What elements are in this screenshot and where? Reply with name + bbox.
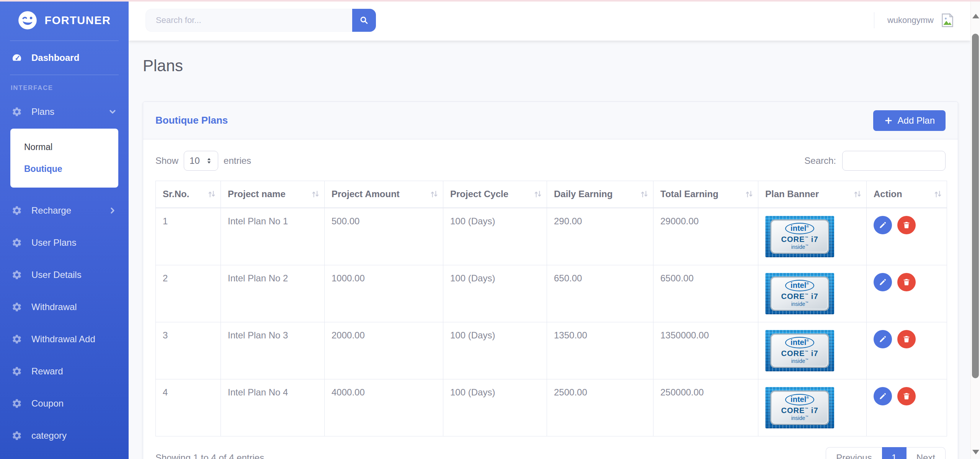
cell-banner: intel® CORE™ i7 inside™ — [758, 265, 867, 322]
header-plan-banner[interactable]: Plan Banner — [758, 181, 867, 208]
cell-banner: intel® CORE™ i7 inside™ — [758, 379, 867, 436]
cell-total: 29000.00 — [653, 208, 758, 265]
delete-button[interactable] — [897, 273, 916, 291]
search-label: Search: — [804, 155, 836, 166]
cell-daily: 290.00 — [547, 208, 653, 265]
delete-button[interactable] — [897, 330, 916, 348]
add-plan-label: Add Plan — [898, 115, 935, 126]
cell-cycle: 100 (Days) — [443, 379, 547, 436]
gear-icon — [11, 205, 22, 216]
browser-top-edge — [0, 0, 980, 2]
trash-icon — [902, 335, 911, 343]
topbar-search-input[interactable] — [145, 9, 352, 32]
pagination-next[interactable]: Next — [906, 447, 946, 459]
table-controls: Show 10 entries Search: — [155, 151, 946, 171]
submenu-item-normal[interactable]: Normal — [10, 136, 118, 158]
page-length-value: 10 — [189, 155, 200, 166]
avatar-broken-image-icon[interactable] — [941, 13, 954, 28]
submenu-item-boutique[interactable]: Boutique — [10, 158, 118, 180]
sidebar-item-reward[interactable]: Reward — [0, 355, 129, 387]
table-filter: Search: — [804, 151, 946, 171]
scrollbar-thumb[interactable] — [972, 34, 979, 378]
table-row: 2 Intel Plan No 2 1000.00 100 (Days) 650… — [156, 265, 947, 322]
cell-sr: 1 — [156, 208, 221, 265]
sidebar-item-plans[interactable]: Plans — [0, 96, 129, 128]
header-action[interactable]: Action — [867, 181, 947, 208]
table-row: 3 Intel Plan No 3 2000.00 100 (Days) 135… — [156, 322, 947, 379]
browser-scrollbar[interactable] — [970, 0, 980, 459]
header-total-earning[interactable]: Total Earning — [653, 181, 758, 208]
brand[interactable]: FORTUNER — [0, 0, 129, 41]
cell-total: 6500.00 — [653, 265, 758, 322]
topbar-search-button[interactable] — [352, 9, 376, 32]
table-header-row: Sr.No. Project name Project Amount Proje… — [156, 181, 947, 208]
gear-icon — [11, 398, 22, 409]
plans-submenu: Normal Boutique — [10, 129, 118, 188]
header-project-amount[interactable]: Project Amount — [325, 181, 443, 208]
pencil-icon — [879, 278, 887, 286]
sidebar-item-dashboard[interactable]: Dashboard — [0, 41, 129, 75]
cell-total: 1350000.00 — [653, 322, 758, 379]
edit-button[interactable] — [874, 273, 892, 291]
gear-icon — [11, 430, 22, 441]
search-icon — [359, 16, 369, 25]
intel-banner-image: intel® CORE™ i7 inside™ — [765, 330, 834, 371]
cell-amount: 2000.00 — [325, 322, 443, 379]
pagination-previous[interactable]: Previous — [826, 447, 882, 459]
cell-name: Intel Plan No 2 — [221, 265, 325, 322]
sidebar-item-withdrawal-add[interactable]: Withdrawal Add — [0, 323, 129, 355]
header-daily-earning[interactable]: Daily Earning — [547, 181, 653, 208]
sidebar-item-user-plans[interactable]: User Plans — [0, 227, 129, 259]
sidebar-item-withdrawal[interactable]: Withdrawal — [0, 291, 129, 323]
sidebar-item-mach[interactable]: Mach — [0, 452, 129, 459]
sidebar: FORTUNER Dashboard INTERFACE Plans Norma… — [0, 0, 129, 459]
cell-action — [867, 208, 947, 265]
cell-cycle: 100 (Days) — [443, 208, 547, 265]
sort-icon — [639, 189, 649, 199]
cell-name: Intel Plan No 4 — [221, 379, 325, 436]
gear-icon — [11, 302, 22, 312]
gear-icon — [11, 334, 22, 345]
gear-icon — [11, 270, 22, 280]
header-sr-no[interactable]: Sr.No. — [156, 181, 221, 208]
table-search-input[interactable] — [842, 151, 946, 171]
cell-action — [867, 379, 947, 436]
pencil-icon — [879, 392, 887, 400]
edit-button[interactable] — [874, 216, 892, 234]
brand-smiley-icon — [18, 10, 38, 30]
cell-action — [867, 322, 947, 379]
sidebar-item-category[interactable]: category — [0, 420, 129, 452]
gear-icon — [11, 106, 22, 117]
edit-button[interactable] — [874, 387, 892, 405]
scrollbar-up-arrow[interactable] — [972, 14, 979, 18]
cell-daily: 2500.00 — [547, 379, 653, 436]
cell-name: Intel Plan No 1 — [221, 208, 325, 265]
sort-icon — [533, 189, 543, 199]
table-info: Showing 1 to 4 of 4 entries — [155, 452, 264, 459]
cell-amount: 500.00 — [325, 208, 443, 265]
pagination-page-1[interactable]: 1 — [882, 447, 906, 459]
header-project-cycle[interactable]: Project Cycle — [443, 181, 547, 208]
cell-action — [867, 265, 947, 322]
sidebar-item-label: Coupon — [31, 398, 64, 409]
show-label: Show — [155, 155, 178, 166]
page-length-control: Show 10 entries — [155, 151, 251, 171]
cell-amount: 1000.00 — [325, 265, 443, 322]
cell-cycle: 100 (Days) — [443, 322, 547, 379]
page-length-select[interactable]: 10 — [184, 151, 218, 171]
header-project-name[interactable]: Project name — [221, 181, 325, 208]
delete-button[interactable] — [897, 387, 916, 405]
sidebar-item-coupon[interactable]: Coupon — [0, 387, 129, 420]
plans-table: Sr.No. Project name Project Amount Proje… — [155, 181, 947, 436]
sidebar-item-user-details[interactable]: User Details — [0, 259, 129, 291]
delete-button[interactable] — [897, 216, 916, 234]
topbar-user-area: wukongymw — [874, 12, 954, 28]
edit-button[interactable] — [874, 330, 892, 348]
cell-name: Intel Plan No 3 — [221, 322, 325, 379]
scrollbar-down-arrow[interactable] — [972, 450, 979, 454]
chevron-right-icon — [108, 206, 117, 215]
username-label[interactable]: wukongymw — [887, 15, 934, 25]
add-plan-button[interactable]: Add Plan — [873, 110, 946, 131]
gear-icon — [11, 366, 22, 377]
sidebar-item-recharge[interactable]: Recharge — [0, 194, 129, 227]
